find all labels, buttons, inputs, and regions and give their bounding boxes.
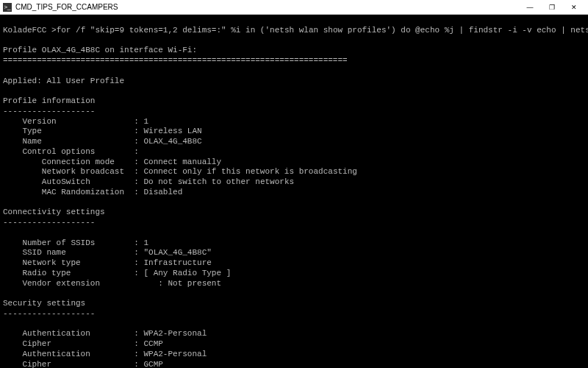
row-mac-randomization: MAC Randomization : Disabled: [3, 188, 182, 197]
row-autoswitch: AutoSwitch : Do not switch to other netw…: [3, 177, 294, 186]
row-version: Version : 1: [3, 117, 148, 126]
section-profile-info-title: Profile information: [3, 96, 95, 105]
section-connectivity-title: Connectivity settings: [3, 208, 105, 216]
cmd-icon: >_: [3, 3, 12, 12]
section-security-title: Security settings: [3, 299, 85, 308]
row-auth-1: Authentication : WPA2-Personal: [3, 329, 207, 338]
divider-long: ========================================…: [3, 56, 348, 65]
row-number-of-ssids: Number of SSIDs : 1: [3, 238, 148, 247]
command-text: for /f "skip=9 tokens=1,2 delims=:" %i i…: [57, 26, 588, 35]
prompt-line: KoladeFCC >for /f "skip=9 tokens=1,2 del…: [3, 26, 588, 35]
window-controls: — ❐ ✕: [519, 0, 585, 15]
row-network-broadcast: Network broadcast : Connect only if this…: [3, 167, 357, 176]
profile-header: Profile OLAX_4G_4B8C on interface Wi-Fi:: [3, 46, 197, 54]
row-cipher-2: Cipher : GCMP: [3, 360, 163, 369]
maximize-button[interactable]: ❐: [541, 0, 563, 15]
row-auth-2: Authentication : WPA2-Personal: [3, 350, 207, 358]
terminal-output[interactable]: KoladeFCC >for /f "skip=9 tokens=1,2 del…: [0, 15, 588, 368]
row-vendor-extension: Vendor extension : Not present: [3, 279, 221, 288]
divider-short: -------------------: [3, 107, 95, 116]
close-button[interactable]: ✕: [563, 0, 585, 15]
row-ssid-name: SSID name : "OLAX_4G_4B8C": [3, 248, 212, 257]
prompt-user: KoladeFCC: [3, 26, 46, 35]
window-title: CMD_TIPS_FOR_CCAMPERS: [15, 3, 519, 11]
window-titlebar: >_ CMD_TIPS_FOR_CCAMPERS — ❐ ✕: [0, 0, 588, 15]
row-network-type: Network type : Infrastructure: [3, 258, 212, 267]
row-control-options: Control options :: [3, 147, 139, 156]
row-radio-type: Radio type : [ Any Radio Type ]: [3, 269, 231, 277]
row-cipher-1: Cipher : CCMP: [3, 339, 163, 348]
row-type: Type : Wireless LAN: [3, 127, 202, 135]
minimize-button[interactable]: —: [519, 0, 541, 15]
row-name: Name : OLAX_4G_4B8C: [3, 137, 202, 146]
row-connection-mode: Connection mode : Connect manually: [3, 158, 221, 166]
applied-line: Applied: All User Profile: [3, 77, 124, 85]
divider-short-2: -------------------: [3, 218, 95, 227]
divider-short-3: -------------------: [3, 309, 95, 318]
